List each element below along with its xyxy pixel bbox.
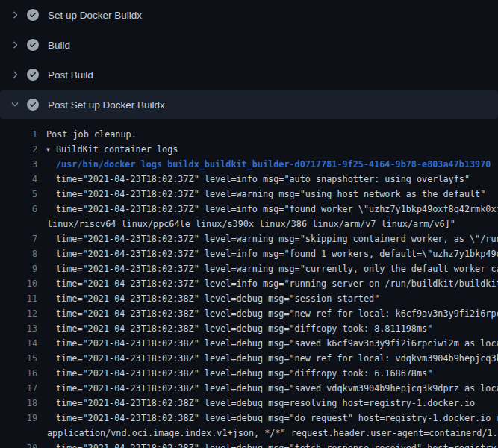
log-text: time="2021-04-23T18:02:37Z" level=warnin… [37, 187, 485, 202]
log-row: 12 time="2021-04-23T18:02:38Z" level=deb… [0, 306, 498, 321]
log-text: time="2021-04-23T18:02:38Z" level=debug … [37, 396, 475, 411]
log-row: 9 time="2021-04-23T18:02:37Z" level=warn… [0, 261, 498, 276]
log-row: 4 time="2021-04-23T18:02:37Z" level=info… [0, 172, 498, 187]
log-text: time="2021-04-23T18:02:37Z" level=warnin… [37, 261, 498, 276]
log-text: time="2021-04-23T18:02:38Z" level=debug … [37, 306, 498, 321]
step-title: Post Build [48, 69, 93, 81]
log-row: linux/riscv64 linux/ppc64le linux/s390x … [0, 217, 498, 231]
log-row: 17 time="2021-04-23T18:02:38Z" level=deb… [0, 381, 498, 396]
log-row: 20 time="2021-04-23T18:02:38Z" level=deb… [0, 441, 498, 448]
log-text: application/vnd.oci.image.index.v1+json,… [37, 426, 498, 441]
log-text: time="2021-04-23T18:02:37Z" level=info m… [37, 172, 470, 187]
line-number[interactable]: 8 [0, 246, 37, 261]
line-number[interactable]: 19 [0, 411, 37, 426]
log-row: 6 time="2021-04-23T18:02:37Z" level=info… [0, 202, 498, 217]
chevron-down-icon [9, 99, 21, 111]
log-row: 10 time="2021-04-23T18:02:37Z" level=inf… [0, 276, 498, 291]
line-number[interactable]: 13 [0, 321, 37, 336]
chevron-right-icon [9, 9, 21, 21]
line-number[interactable]: 9 [0, 261, 37, 276]
log-text: ▼BuildKit container logs [37, 142, 178, 157]
log-text: time="2021-04-23T18:02:37Z" level=info m… [37, 202, 498, 217]
step-row-set-up-docker-buildx[interactable]: Set up Docker Buildx [0, 0, 498, 30]
line-number[interactable]: 6 [0, 202, 37, 217]
steps-list: Set up Docker Buildx Build Post Build Po… [0, 0, 498, 119]
log-text: time="2021-04-23T18:02:38Z" level=debug … [37, 366, 432, 381]
log-text: linux/riscv64 linux/ppc64le linux/s390x … [37, 217, 455, 231]
check-circle-icon [27, 69, 39, 81]
line-number[interactable]: 18 [0, 396, 37, 411]
step-title: Post Set up Docker Buildx [48, 99, 165, 111]
step-row-post-build[interactable]: Post Build [0, 60, 498, 90]
check-circle-icon [27, 9, 39, 21]
log-row: 13 time="2021-04-23T18:02:38Z" level=deb… [0, 321, 498, 336]
line-number[interactable]: 11 [0, 291, 37, 306]
log-row: 2 ▼BuildKit container logs [0, 142, 498, 157]
line-number[interactable]: 10 [0, 276, 37, 291]
log-row: 3 /usr/bin/docker logs buildx_buildkit_b… [0, 157, 498, 172]
check-circle-icon [27, 39, 39, 51]
line-number[interactable]: 15 [0, 351, 37, 366]
log-text: time="2021-04-23T18:02:38Z" level=debug … [37, 321, 432, 336]
line-number[interactable]: 12 [0, 306, 37, 321]
log-row: 7 time="2021-04-23T18:02:37Z" level=warn… [0, 231, 498, 246]
log-row: application/vnd.oci.image.index.v1+json,… [0, 426, 498, 441]
log-text: time="2021-04-23T18:02:38Z" level=debug … [37, 291, 379, 306]
line-number[interactable]: 5 [0, 187, 37, 202]
log-text: time="2021-04-23T18:02:38Z" level=debug … [37, 351, 498, 366]
line-number[interactable]: 4 [0, 172, 37, 187]
log-row: 14 time="2021-04-23T18:02:38Z" level=deb… [0, 336, 498, 351]
log-row: 8 time="2021-04-23T18:02:37Z" level=info… [0, 246, 498, 261]
log-text: time="2021-04-23T18:02:38Z" level=debug … [37, 441, 498, 448]
log-text: time="2021-04-23T18:02:37Z" level=warnin… [37, 231, 498, 246]
actions-log-panel: Set up Docker Buildx Build Post Build Po… [0, 0, 498, 448]
chevron-right-icon [9, 69, 21, 81]
line-number[interactable]: 2 [0, 142, 37, 157]
check-circle-icon [27, 99, 39, 111]
step-title: Set up Docker Buildx [48, 10, 142, 21]
log-row: 5 time="2021-04-23T18:02:37Z" level=warn… [0, 187, 498, 202]
line-number[interactable]: 7 [0, 231, 37, 246]
line-number[interactable]: 17 [0, 381, 37, 396]
line-number[interactable]: 1 [0, 127, 37, 142]
log-text: Post job cleanup. [37, 127, 137, 142]
log-text: time="2021-04-23T18:02:37Z" level=info m… [37, 246, 498, 261]
group-label[interactable]: BuildKit container logs [56, 144, 178, 155]
log-row: 15 time="2021-04-23T18:02:38Z" level=deb… [0, 351, 498, 366]
step-title: Build [48, 40, 70, 51]
log-lines: 1 Post job cleanup. 2 ▼BuildKit containe… [0, 119, 498, 448]
chevron-right-icon [9, 39, 21, 51]
log-row: 11 time="2021-04-23T18:02:38Z" level=deb… [0, 291, 498, 306]
line-number[interactable]: 3 [0, 157, 37, 172]
log-row: 1 Post job cleanup. [0, 127, 498, 142]
log-row: 18 time="2021-04-23T18:02:38Z" level=deb… [0, 396, 498, 411]
log-text: time="2021-04-23T18:02:38Z" level=debug … [37, 381, 498, 396]
line-number[interactable]: 20 [0, 441, 37, 448]
step-row-build[interactable]: Build [0, 30, 498, 60]
line-number[interactable]: 16 [0, 366, 37, 381]
log-row: 19 time="2021-04-23T18:02:38Z" level=deb… [0, 411, 498, 426]
log-text: time="2021-04-23T18:02:37Z" level=info m… [37, 276, 498, 291]
log-text: time="2021-04-23T18:02:38Z" level=debug … [37, 411, 498, 426]
command-text: /usr/bin/docker logs buildx_buildkit_bui… [37, 157, 491, 172]
triangle-down-icon[interactable]: ▼ [46, 143, 56, 157]
line-number[interactable]: 14 [0, 336, 37, 351]
log-row: 16 time="2021-04-23T18:02:38Z" level=deb… [0, 366, 498, 381]
step-row-post-set-up-docker-buildx[interactable]: Post Set up Docker Buildx [0, 90, 498, 119]
log-text: time="2021-04-23T18:02:38Z" level=debug … [37, 336, 498, 351]
